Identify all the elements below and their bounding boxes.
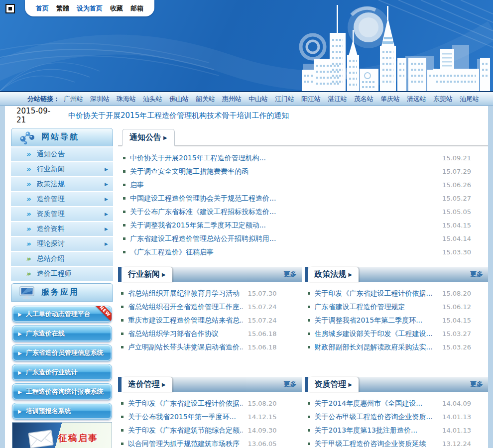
service-app-button[interactable]: ▶ 人工单价动态管理平台 NEW bbox=[12, 306, 112, 323]
tab-news[interactable]: 行业新闻 ▶ bbox=[122, 267, 172, 282]
sidebar-nav-item[interactable]: » 总站介绍 bbox=[11, 252, 113, 266]
notice-item-link[interactable]: 中国建设工程造价管理协会关于规范工程造价... bbox=[130, 194, 437, 203]
qualification-item[interactable]: 关于2014年度惠州市《全国建设... 14.04.09 bbox=[305, 397, 489, 410]
notice-item[interactable]: 广东省建设工程造价管理总站公开招聘拟聘用... 15.04.14 bbox=[118, 232, 488, 245]
more-link-policy[interactable]: 更多 bbox=[470, 267, 483, 282]
sidebar-nav-item[interactable]: » 行业新闻 ▶ bbox=[11, 162, 113, 176]
cost-item[interactable]: 关于公布我省2015年第一季度环... 14.12.15 bbox=[118, 410, 302, 424]
news-item-link[interactable]: 省总站组织召开全省造价管理工作座... bbox=[128, 303, 243, 312]
more-link-news[interactable]: 更多 bbox=[284, 267, 297, 282]
sidebar-nav-item[interactable]: » 通知公告 bbox=[11, 147, 113, 161]
cost-item-link[interactable]: 以合同管理为抓手规范建筑市场秩序 bbox=[128, 440, 243, 448]
policy-item-link[interactable]: 财政部副部长刘昆解读政府采购法实... bbox=[315, 343, 438, 352]
station-link[interactable]: 中山站 bbox=[248, 95, 268, 104]
cost-item-link[interactable]: 关于公布我省2015年第一季度环... bbox=[128, 413, 243, 422]
top-nav-link[interactable]: 设为首页 bbox=[77, 4, 103, 13]
notice-item-link[interactable]: 启事 bbox=[130, 181, 437, 190]
sidebar-nav-item[interactable]: » 理论探讨 ▶ bbox=[11, 237, 113, 251]
news-item[interactable]: 重庆市建设工程造价管理总站来省总... 15.07.24 bbox=[118, 314, 302, 327]
station-link[interactable]: 深圳站 bbox=[90, 95, 110, 104]
policy-item-link[interactable]: 住房城乡建设部关于印发《工程建设... bbox=[315, 330, 438, 338]
cost-item-link[interactable]: 关于印发《广东省建筑节能综合定额... bbox=[128, 426, 243, 435]
service-app-button[interactable]: ▶ 广东造价在线 bbox=[12, 325, 112, 342]
service-app-button[interactable]: ▶ 广东造价行业统计 bbox=[12, 364, 112, 381]
station-link[interactable]: 东莞站 bbox=[433, 95, 453, 104]
cost-item[interactable]: 以合同管理为抓手规范建筑市场秩序 13.06.05 bbox=[118, 437, 302, 448]
notice-item[interactable]: 关于公布广东省标准《建设工程招标投标造价... 15.05.05 bbox=[118, 205, 488, 219]
sidebar-nav-item[interactable]: » 造价资料 ▶ bbox=[11, 222, 113, 236]
notice-item-link[interactable]: 关于调查安全文明施工措施费费率的函 bbox=[130, 167, 437, 176]
top-nav-link[interactable]: 邮箱 bbox=[130, 4, 143, 13]
policy-item[interactable]: 关于调整我省2015年第二季度环... 15.04.15 bbox=[305, 314, 489, 327]
cost-item[interactable]: 关于印发《广东省建筑节能综合定额... 14.09.30 bbox=[118, 424, 302, 437]
policy-item-link[interactable]: 关于印发《广东省建设工程计价依据... bbox=[315, 289, 438, 298]
notice-item[interactable]: 《广东工程造价》征稿启事 15.03.30 bbox=[118, 245, 488, 259]
notice-item[interactable]: 中价协关于开展2015年工程造价管理机构... 15.09.21 bbox=[118, 151, 488, 165]
qualification-item[interactable]: 关于甲级工程造价咨询企业资质延续 13.12.24 bbox=[305, 437, 489, 448]
notice-item[interactable]: 关于调查安全文明施工措施费费率的函 15.07.29 bbox=[118, 165, 488, 178]
notice-item-link[interactable]: 关于公布广东省标准《建设工程招标投标造价... bbox=[130, 208, 437, 217]
station-link[interactable]: 韶关站 bbox=[196, 95, 215, 104]
notice-item-link[interactable]: 中价协关于开展2015年工程造价管理机构... bbox=[130, 154, 437, 163]
sidebar-nav-item[interactable]: » 政策法规 ▶ bbox=[11, 177, 113, 191]
more-link-qualification[interactable]: 更多 bbox=[470, 377, 483, 392]
station-link[interactable]: 广州站 bbox=[64, 95, 83, 104]
station-link[interactable]: 汕头站 bbox=[143, 95, 162, 104]
station-link[interactable]: 阳江站 bbox=[301, 95, 321, 104]
news-item-link[interactable]: 省总站组织学习部省合作协议 bbox=[128, 330, 243, 338]
qualification-item-link[interactable]: 关于2014年度惠州市《全国建设... bbox=[315, 399, 438, 408]
station-link[interactable]: 清远站 bbox=[407, 95, 426, 104]
news-item[interactable]: 省总站组织召开全省造价管理工作座... 15.07.24 bbox=[118, 300, 302, 314]
station-link[interactable]: 茂名站 bbox=[354, 95, 373, 104]
call-for-papers-banner[interactable]: 征稿启事 bbox=[12, 422, 112, 448]
notice-item-link[interactable]: 广东省建设工程造价管理总站公开招聘拟聘用... bbox=[130, 234, 437, 243]
notice-item[interactable]: 关于调整我省2015年第二季度环卫定额动... 15.04.15 bbox=[118, 219, 488, 232]
sidebar-nav-item[interactable]: » 资质管理 ▶ bbox=[11, 207, 113, 221]
news-item[interactable]: 省总站组织开展纪律教育月学习活动 15.07.30 bbox=[118, 287, 302, 300]
news-item[interactable]: 卢立明副站长带头讲党课启动省造价... 15.06.18 bbox=[118, 340, 302, 354]
station-link[interactable]: 惠州站 bbox=[222, 95, 242, 104]
notice-item-link[interactable]: 关于调整我省2015年第二季度环卫定额动... bbox=[130, 221, 437, 230]
ticker-headline-link[interactable]: 中价协关于开展2015年工程造价管理机构技术骨干培训工作的通知 bbox=[68, 111, 289, 120]
qualification-title: 资质管理 bbox=[315, 379, 347, 390]
sidebar-nav-item[interactable]: » 造价管理 ▶ bbox=[11, 192, 113, 206]
policy-item[interactable]: 关于印发《广东省建设工程计价依据... 15.08.20 bbox=[305, 287, 489, 300]
top-nav-link[interactable]: 繁體 bbox=[56, 4, 69, 13]
service-app-button[interactable]: ▶ 工程造价咨询统计报表系统 bbox=[12, 383, 112, 400]
more-link-cost[interactable]: 更多 bbox=[284, 377, 297, 392]
qualification-item-link[interactable]: 关于公布甲级工程造价咨询企业资质... bbox=[315, 413, 438, 422]
top-nav-link[interactable]: 首页 bbox=[36, 4, 49, 13]
qualification-item-link[interactable]: 关于2013年度第13批注册造价... bbox=[315, 426, 438, 435]
station-link[interactable]: 肇庆站 bbox=[380, 95, 400, 104]
tab-policy[interactable]: 政策法规 ▶ bbox=[308, 267, 359, 282]
notice-item[interactable]: 中国建设工程造价管理协会关于规范工程造价... 15.05.27 bbox=[118, 192, 488, 205]
service-app-button[interactable]: ▶ 培训预报名系统 bbox=[12, 403, 112, 420]
qualification-item[interactable]: 关于2013年度第13批注册造价... 14.01.13 bbox=[305, 424, 489, 437]
policy-item-link[interactable]: 关于调整我省2015年第二季度环... bbox=[315, 316, 438, 325]
qualification-item-link[interactable]: 关于甲级工程造价咨询企业资质延续 bbox=[315, 440, 438, 448]
tab-notice[interactable]: 通知公告 ▶ bbox=[122, 129, 175, 146]
cost-item-link[interactable]: 关于印发《广东省建设工程计价依据... bbox=[128, 399, 243, 408]
station-link[interactable]: 湛江站 bbox=[328, 95, 347, 104]
qualification-item[interactable]: 关于公布甲级工程造价咨询企业资质... 14.01.13 bbox=[305, 410, 489, 424]
service-app-button[interactable]: ▶ 广东省造价员管理信息系统 bbox=[12, 344, 112, 361]
notice-item[interactable]: 启事 15.06.26 bbox=[118, 178, 488, 192]
station-link[interactable]: 珠海站 bbox=[117, 95, 136, 104]
news-item[interactable]: 省总站组织学习部省合作协议 15.06.18 bbox=[118, 327, 302, 340]
sidebar-nav-item[interactable]: » 造价工程师 bbox=[11, 267, 113, 281]
policy-item-link[interactable]: 广东省建设工程造价管理规定 bbox=[315, 303, 438, 312]
policy-item[interactable]: 住房城乡建设部关于印发《工程建设... 15.03.27 bbox=[305, 327, 489, 340]
station-link[interactable]: 佛山站 bbox=[169, 95, 189, 104]
notice-item-link[interactable]: 《广东工程造价》征稿启事 bbox=[130, 248, 437, 257]
policy-item[interactable]: 广东省建设工程造价管理规定 15.06.12 bbox=[305, 300, 489, 314]
news-item-link[interactable]: 省总站组织开展纪律教育月学习活动 bbox=[128, 289, 243, 298]
cost-item[interactable]: 关于印发《广东省建设工程计价依据... 15.08.20 bbox=[118, 397, 302, 410]
station-link[interactable]: 汕尾站 bbox=[460, 95, 479, 104]
station-link[interactable]: 江门站 bbox=[275, 95, 294, 104]
tab-qualification[interactable]: 资质管理 ▶ bbox=[308, 377, 359, 392]
news-item-link[interactable]: 重庆市建设工程造价管理总站来省总... bbox=[128, 316, 243, 325]
top-nav-link[interactable]: 收藏 bbox=[110, 4, 123, 13]
news-item-link[interactable]: 卢立明副站长带头讲党课启动省造价... bbox=[128, 343, 243, 352]
tab-cost[interactable]: 造价管理 ▶ bbox=[122, 377, 172, 392]
policy-item[interactable]: 财政部副部长刘昆解读政府采购法实... 15.03.26 bbox=[305, 340, 489, 354]
